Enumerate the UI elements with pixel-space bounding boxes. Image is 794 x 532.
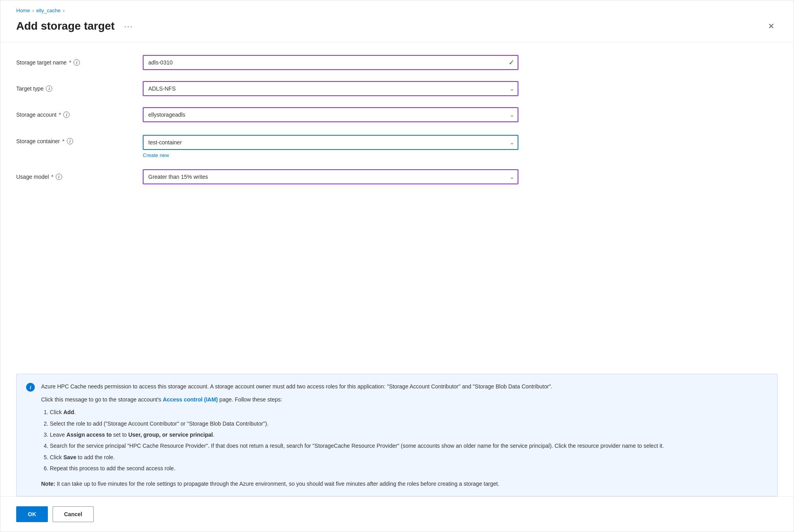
breadcrumb: Home › elly_cache › <box>0 0 794 16</box>
info-step-3: Leave Assign access to set to User, grou… <box>50 430 664 439</box>
info-step-4: Search for the service principal "HPC Ca… <box>50 441 664 450</box>
info-step-2: Select the role to add ("Storage Account… <box>50 419 664 428</box>
control-usage-model: Greater than 15% writes ⌄ <box>143 169 518 184</box>
target-type-select[interactable]: ADLS-NFS <box>143 81 518 96</box>
info-step-5: Click Save to add the role. <box>50 453 664 462</box>
text-input-wrapper-1: ✓ <box>143 55 518 70</box>
required-indicator-4: * <box>62 138 64 144</box>
label-text-storage-account: Storage account <box>16 112 57 118</box>
info-icon-storage-account[interactable]: i <box>63 112 70 118</box>
control-storage-account: ellystorageadls ⌄ <box>143 107 518 122</box>
ellipsis-button[interactable]: ··· <box>121 20 136 32</box>
info-step-6: Repeat this process to add the second ac… <box>50 464 664 473</box>
required-indicator-3: * <box>59 112 61 118</box>
panel-header: Add storage target ··· ✕ <box>0 16 794 42</box>
cancel-button[interactable]: Cancel <box>53 506 94 522</box>
info-icon-usage-model[interactable]: i <box>56 174 62 180</box>
ok-button[interactable]: OK <box>16 506 48 522</box>
storage-target-name-input[interactable] <box>143 55 518 70</box>
add-storage-target-panel: Home › elly_cache › Add storage target ·… <box>0 0 794 532</box>
usage-model-select[interactable]: Greater than 15% writes <box>143 169 518 184</box>
storage-container-select[interactable]: test-container <box>143 135 518 150</box>
breadcrumb-home[interactable]: Home <box>16 8 30 13</box>
breadcrumb-sep-2: › <box>63 8 64 13</box>
info-box-content: Azure HPC Cache needs permission to acce… <box>41 382 664 488</box>
form-row-target-type: Target type i ADLS-NFS ⌄ <box>16 81 778 96</box>
label-storage-target-name: Storage target name * i <box>16 59 143 66</box>
label-target-type: Target type i <box>16 85 143 92</box>
control-target-type: ADLS-NFS ⌄ <box>143 81 518 96</box>
footer: OK Cancel <box>0 496 794 532</box>
iam-link[interactable]: Access control (IAM) <box>163 396 218 403</box>
info-icon-storage-target-name[interactable]: i <box>74 59 80 66</box>
form-row-storage-account: Storage account * i ellystorageadls ⌄ <box>16 107 778 122</box>
control-storage-target-name: ✓ <box>143 55 518 70</box>
required-indicator-1: * <box>69 59 71 66</box>
create-new-link[interactable]: Create new <box>143 152 169 158</box>
select-wrapper-target-type: ADLS-NFS ⌄ <box>143 81 518 96</box>
form-row-storage-target-name: Storage target name * i ✓ <box>16 55 778 70</box>
label-text-usage-model: Usage model <box>16 174 49 180</box>
info-icon-storage-container[interactable]: i <box>67 138 73 144</box>
info-box-icon: i <box>26 383 35 392</box>
select-wrapper-storage-account: ellystorageadls ⌄ <box>143 107 518 122</box>
header-left: Add storage target ··· <box>16 20 136 32</box>
info-paragraph-1: Azure HPC Cache needs permission to acce… <box>41 382 664 391</box>
info-icon-target-type[interactable]: i <box>46 85 52 92</box>
label-usage-model: Usage model * i <box>16 174 143 180</box>
label-text-storage-target-name: Storage target name <box>16 59 67 66</box>
label-storage-container: Storage container * i <box>16 135 143 144</box>
breadcrumb-sep-1: › <box>32 8 34 13</box>
breadcrumb-cache[interactable]: elly_cache <box>36 8 60 13</box>
form-row-usage-model: Usage model * i Greater than 15% writes … <box>16 169 778 184</box>
required-indicator-5: * <box>51 174 53 180</box>
page-title: Add storage target <box>16 20 115 32</box>
info-note: Note: It can take up to five minutes for… <box>41 479 664 488</box>
label-text-target-type: Target type <box>16 85 43 92</box>
info-box: i Azure HPC Cache needs permission to ac… <box>16 374 778 496</box>
check-icon-1: ✓ <box>509 58 514 67</box>
label-text-storage-container: Storage container <box>16 138 60 144</box>
close-button[interactable]: ✕ <box>765 21 778 32</box>
form-area: Storage target name * i ✓ Target type i <box>0 42 794 367</box>
select-wrapper-usage-model: Greater than 15% writes ⌄ <box>143 169 518 184</box>
form-row-storage-container: Storage container * i test-container ⌄ C… <box>16 133 778 158</box>
storage-account-select[interactable]: ellystorageadls <box>143 107 518 122</box>
control-storage-container: test-container ⌄ Create new <box>143 135 518 158</box>
info-step-1: Click Add. <box>50 408 664 417</box>
info-paragraph-2: Click this message to go to the storage … <box>41 395 664 404</box>
select-wrapper-storage-container: test-container ⌄ <box>143 135 518 150</box>
info-steps-list: Click Add. Select the role to add ("Stor… <box>41 408 664 473</box>
label-storage-account: Storage account * i <box>16 112 143 118</box>
